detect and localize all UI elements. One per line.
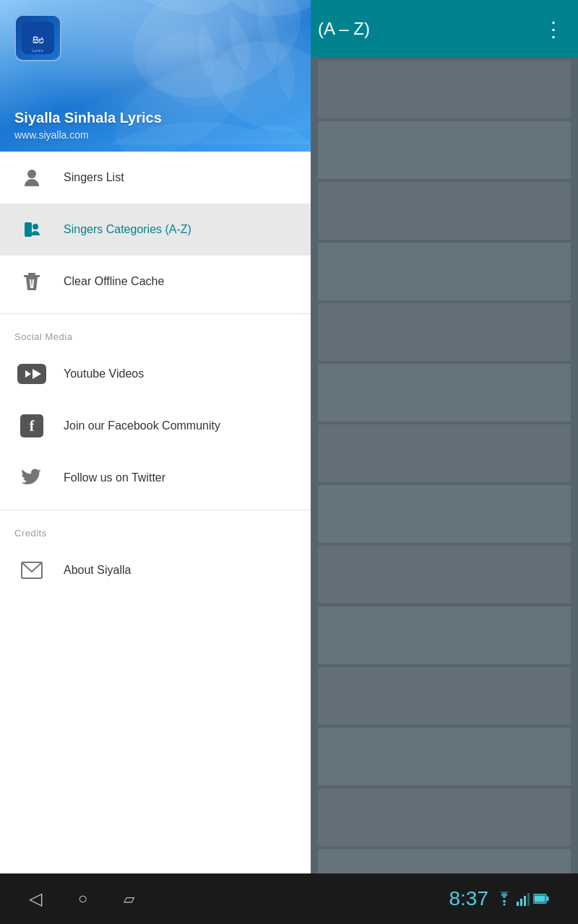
youtube-icon xyxy=(14,357,49,391)
drawer-items-list: Singers List Singers Categories (A-Z) xyxy=(0,152,311,873)
signal-icons xyxy=(496,892,549,906)
svg-rect-16 xyxy=(524,896,526,906)
drawer-item-about[interactable]: About Siyalla xyxy=(0,544,311,596)
svg-marker-11 xyxy=(25,370,31,378)
app-logo-inner: සිළු Lyrics xyxy=(16,16,60,60)
overflow-menu-button[interactable]: ⋮ xyxy=(543,17,564,41)
drawer-app-name: Siyalla Sinhala Lyrics xyxy=(14,110,162,126)
twitter-icon xyxy=(14,461,49,495)
drawer-header: සිළු Lyrics Siyalla Sinhala Lyrics www.s… xyxy=(0,0,311,152)
clear-cache-label: Clear Offline Cache xyxy=(64,275,164,288)
svg-point-6 xyxy=(27,170,36,178)
divider-2 xyxy=(0,510,311,510)
svg-rect-19 xyxy=(547,897,549,901)
svg-rect-9 xyxy=(28,273,35,275)
app-logo: සිළු Lyrics xyxy=(14,14,61,61)
svg-rect-17 xyxy=(527,893,530,906)
facebook-icon: f xyxy=(14,409,49,443)
contacts-icon xyxy=(14,212,49,247)
svg-rect-10 xyxy=(24,275,40,277)
svg-point-13 xyxy=(504,904,506,906)
drawer-item-twitter[interactable]: Follow us on Twitter xyxy=(0,452,311,504)
time-display: 8:37 xyxy=(449,887,489,910)
home-button[interactable]: ○ xyxy=(78,889,87,908)
navigation-drawer: සිළු Lyrics Siyalla Sinhala Lyrics www.s… xyxy=(0,0,311,873)
recents-button[interactable]: ▱ xyxy=(124,890,134,907)
email-icon xyxy=(14,553,49,588)
divider-1 xyxy=(0,313,311,314)
drawer-item-singers-list[interactable]: Singers List xyxy=(0,152,311,204)
svg-text:Lyrics: Lyrics xyxy=(32,48,43,53)
twitter-label: Follow us on Twitter xyxy=(64,471,165,484)
about-label: About Siyalla xyxy=(64,564,131,577)
svg-rect-20 xyxy=(535,896,545,902)
svg-rect-15 xyxy=(520,899,522,906)
drawer-item-facebook[interactable]: f Join our Facebook Community xyxy=(0,400,311,452)
person-icon xyxy=(14,160,49,195)
svg-rect-7 xyxy=(25,222,32,237)
wifi-icon xyxy=(496,892,513,906)
social-media-section-header: Social Media xyxy=(0,320,311,348)
signal-bars-icon xyxy=(517,892,530,906)
battery-icon xyxy=(533,893,549,905)
youtube-label: Youtube Videos xyxy=(64,367,144,380)
drawer-app-url: www.siyalla.com xyxy=(14,129,89,141)
trash-icon xyxy=(14,264,49,299)
svg-rect-14 xyxy=(517,902,519,906)
credits-section-header: Credits xyxy=(0,516,311,544)
facebook-label: Join our Facebook Community xyxy=(64,419,220,432)
status-bar: ◁ ○ ▱ 8:37 xyxy=(0,873,578,924)
drawer-overlay[interactable] xyxy=(311,58,578,873)
singers-categories-label: Singers Categories (A-Z) xyxy=(64,223,191,236)
svg-point-8 xyxy=(33,224,38,230)
drawer-item-youtube[interactable]: Youtube Videos xyxy=(0,348,311,400)
drawer-item-clear-cache[interactable]: Clear Offline Cache xyxy=(0,256,311,308)
navigation-buttons: ◁ ○ ▱ xyxy=(29,889,134,909)
singers-list-label: Singers List xyxy=(64,171,124,184)
svg-text:සිළු: සිළු xyxy=(33,36,44,45)
page-title: (A – Z) xyxy=(318,19,370,39)
drawer-item-singers-categories[interactable]: Singers Categories (A-Z) xyxy=(0,204,311,256)
back-button[interactable]: ◁ xyxy=(29,889,42,909)
status-right: 8:37 xyxy=(449,887,550,910)
